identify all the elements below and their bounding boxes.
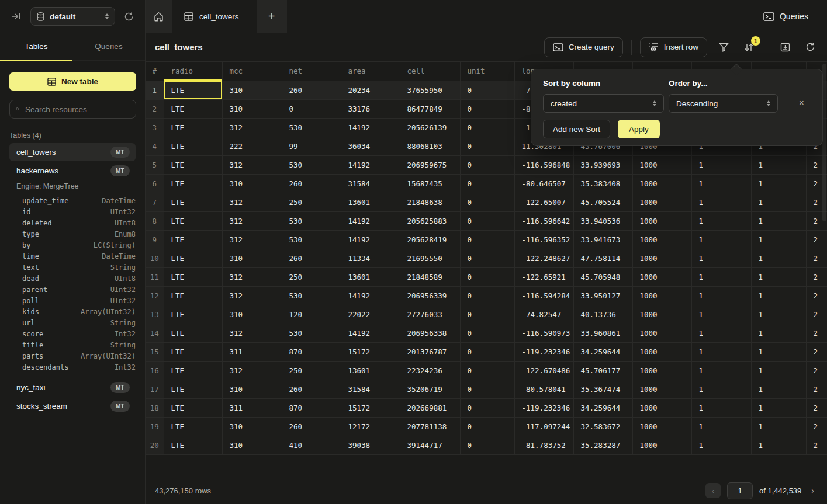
table-cell[interactable]: 1000	[632, 361, 691, 380]
table-list-item-stocks_stream[interactable]: stocks_streamMT	[9, 397, 136, 415]
table-cell[interactable]: 312	[222, 193, 282, 211]
table-cell[interactable]: 202669881	[400, 398, 460, 417]
table-cell[interactable]: 312	[222, 324, 282, 342]
insert-row-button[interactable]: Insert row	[640, 37, 707, 57]
table-cell[interactable]: 1000	[632, 230, 691, 249]
column-header-radio[interactable]: radio	[164, 62, 222, 81]
table-cell[interactable]: 35.383408	[573, 174, 632, 193]
table-cell[interactable]: 21848638	[400, 193, 460, 211]
table-cell[interactable]: 1000	[632, 211, 691, 230]
table-cell[interactable]: 33176	[341, 99, 400, 118]
table-cell[interactable]: 250	[282, 267, 341, 286]
table-cell[interactable]: 250	[282, 193, 341, 211]
table-cell[interactable]: 312	[222, 230, 282, 249]
table-cell[interactable]: -122.670486	[514, 361, 573, 380]
table-cell[interactable]: 0	[460, 342, 514, 361]
column-header-cell[interactable]: cell	[400, 62, 460, 81]
table-cell[interactable]: 311	[222, 342, 282, 361]
table-cell[interactable]: 0	[460, 174, 514, 193]
table-cell[interactable]: 15687435	[400, 174, 460, 193]
table-cell[interactable]: 15172	[341, 342, 400, 361]
table-cell[interactable]: 15172	[341, 398, 400, 417]
table-cell[interactable]: 0	[460, 305, 514, 324]
table-cell[interactable]: -122.65007	[514, 193, 573, 211]
table-cell[interactable]: 0	[460, 417, 514, 436]
table-cell[interactable]: 39144717	[400, 436, 460, 454]
table-cell[interactable]: 14192	[341, 118, 400, 137]
table-cell[interactable]: 260	[282, 249, 341, 267]
table-cell[interactable]: 1000	[632, 342, 691, 361]
table-cell[interactable]: 88068103	[400, 137, 460, 155]
table-cell[interactable]: 0	[460, 155, 514, 174]
table-cell[interactable]: -117.097244	[514, 417, 573, 436]
table-cell[interactable]: 13601	[341, 267, 400, 286]
table-cell[interactable]: 1000	[632, 193, 691, 211]
table-cell[interactable]: LTE	[164, 230, 222, 249]
table-cell[interactable]: 312	[222, 155, 282, 174]
table-cell[interactable]: LTE	[164, 342, 222, 361]
table-cell[interactable]: 310	[222, 436, 282, 454]
vertical-scrollbar[interactable]	[822, 64, 826, 221]
table-cell[interactable]: 0	[460, 137, 514, 155]
table-cell[interactable]: 35.283287	[573, 436, 632, 454]
table-cell[interactable]: 260	[282, 81, 341, 99]
table-cell[interactable]: 1	[691, 361, 751, 380]
table-cell[interactable]: LTE	[164, 324, 222, 342]
table-cell[interactable]: 21848589	[400, 267, 460, 286]
table-cell[interactable]: -80.646507	[514, 174, 573, 193]
table-cell[interactable]: 0	[460, 81, 514, 99]
table-cell[interactable]: 35206719	[400, 380, 460, 398]
create-query-button[interactable]: Create query	[544, 37, 623, 57]
table-cell[interactable]: -116.590973	[514, 324, 573, 342]
table-cell[interactable]: LTE	[164, 137, 222, 155]
table-cell[interactable]: LTE	[164, 361, 222, 380]
table-cell[interactable]: 33.939693	[573, 155, 632, 174]
table-cell[interactable]: 86477849	[400, 99, 460, 118]
table-cell[interactable]: LTE	[164, 267, 222, 286]
column-header-net[interactable]: net	[282, 62, 341, 81]
table-list-item-hackernews[interactable]: hackernewsMT	[9, 162, 136, 180]
table-cell[interactable]: 120	[282, 305, 341, 324]
collapse-sidebar-button[interactable]	[10, 11, 23, 22]
table-cell[interactable]: 1	[691, 305, 751, 324]
table-cell[interactable]: -74.82547	[514, 305, 573, 324]
table-cell[interactable]: 1	[691, 174, 751, 193]
table-cell[interactable]: 312	[222, 211, 282, 230]
table-cell[interactable]: 201376787	[400, 342, 460, 361]
table-cell[interactable]: 1	[751, 249, 806, 267]
table-list-item-nyc_taxi[interactable]: nyc_taxiMT	[9, 378, 136, 397]
sort-button[interactable]: 1	[742, 40, 756, 54]
table-cell[interactable]: 1	[751, 267, 806, 286]
table-cell[interactable]: 14192	[341, 230, 400, 249]
table-cell[interactable]: 99	[282, 137, 341, 155]
table-cell[interactable]: 207781138	[400, 417, 460, 436]
table-cell[interactable]: 12172	[341, 417, 400, 436]
table-cell[interactable]: 530	[282, 118, 341, 137]
table-cell[interactable]: 2	[806, 230, 827, 249]
table-cell[interactable]: 14192	[341, 286, 400, 305]
table-cell[interactable]: 0	[460, 286, 514, 305]
table-cell[interactable]: 1	[751, 305, 806, 324]
table-cell[interactable]: 2	[806, 324, 827, 342]
table-cell[interactable]: 2	[806, 380, 827, 398]
table-cell[interactable]: 310	[222, 99, 282, 118]
table-cell[interactable]: 20234	[341, 81, 400, 99]
table-cell[interactable]: LTE	[164, 305, 222, 324]
table-cell[interactable]: 1000	[632, 398, 691, 417]
table-cell[interactable]: -116.594284	[514, 286, 573, 305]
table-cell[interactable]: 0	[460, 230, 514, 249]
table-cell[interactable]: 312	[222, 118, 282, 137]
table-cell[interactable]: 260	[282, 417, 341, 436]
table-cell[interactable]: 33.960861	[573, 324, 632, 342]
table-cell[interactable]: 1	[691, 436, 751, 454]
table-cell[interactable]: 0	[460, 361, 514, 380]
add-new-sort-button[interactable]: Add new Sort	[543, 120, 610, 138]
table-cell[interactable]: 530	[282, 230, 341, 249]
table-cell[interactable]: 13601	[341, 361, 400, 380]
table-cell[interactable]: 310	[222, 417, 282, 436]
table-cell[interactable]: 1	[691, 267, 751, 286]
table-cell[interactable]: 206956339	[400, 286, 460, 305]
table-cell[interactable]: 0	[460, 380, 514, 398]
table-cell[interactable]: 1	[751, 342, 806, 361]
table-cell[interactable]: LTE	[164, 380, 222, 398]
